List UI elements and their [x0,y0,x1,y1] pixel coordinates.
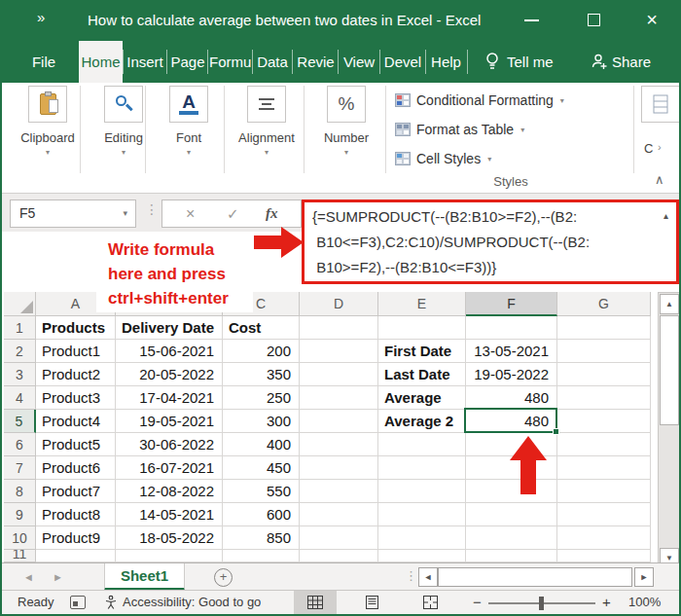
cell-D4[interactable] [300,386,378,410]
cell-F10[interactable] [466,526,557,550]
cell-A9[interactable]: Product8 [36,503,116,526]
view-normal-button[interactable] [294,591,337,614]
cell-D9[interactable] [300,503,378,526]
row-header-4[interactable]: 4 [4,386,36,410]
cell-A3[interactable]: Product2 [36,363,116,386]
cell-A7[interactable]: Product6 [36,456,116,480]
cell-B4[interactable]: 17-04-2021 [116,386,223,410]
select-all-button[interactable] [4,292,36,316]
tab-home[interactable]: Home [79,41,123,83]
row-header-7[interactable]: 7 [4,456,36,480]
ribbon-group-clipboard[interactable]: Clipboard ▾ [11,86,85,157]
cell-D6[interactable] [300,433,378,456]
quick-access-more-icon[interactable]: » [37,9,43,25]
ribbon-group-number[interactable]: % Number ▾ [309,86,383,157]
chevron-down-icon[interactable]: ▾ [11,148,85,157]
maximize-button[interactable] [574,0,613,41]
tell-me[interactable]: Tell me [507,41,554,83]
fill-handle[interactable] [553,428,559,435]
cell-C7[interactable]: 450 [223,456,300,480]
zoom-in-button[interactable]: + [602,591,611,614]
zoom-slider-handle[interactable] [539,597,544,610]
ribbon-group-alignment[interactable]: Alignment ▾ [230,86,304,157]
row-header-2[interactable]: 2 [4,340,36,363]
cell-D11[interactable] [300,550,378,562]
cell-B1[interactable]: Delivery Date [116,316,223,340]
col-header-E[interactable]: E [378,292,466,316]
chevron-down-icon[interactable]: ▾ [152,148,226,157]
align-button[interactable] [247,86,286,123]
row-header-9[interactable]: 9 [4,503,36,526]
sheet-nav-left-icon[interactable]: ◄ [23,563,34,591]
tab-developer[interactable]: Devel [381,41,424,83]
chevron-down-icon[interactable]: ▾ [230,148,304,157]
cell-A2[interactable]: Product1 [36,340,116,363]
collapse-ribbon-icon[interactable]: ∧ [655,172,664,187]
cells-button[interactable] [641,86,680,123]
cell-G10[interactable] [557,526,651,550]
collapse-formula-bar-icon[interactable]: ▴ [663,210,668,221]
cell-E4[interactable]: Average [378,386,466,410]
col-header-G[interactable]: G [557,292,651,316]
number-format-button[interactable]: % [327,86,366,123]
formula-input[interactable]: {=SUMPRODUCT(--(B2:B10>=F2),--(B2: B10<=… [302,199,679,284]
cell-B8[interactable]: 12-08-2022 [116,480,223,503]
cell-C9[interactable]: 600 [223,503,300,526]
view-page-layout-button[interactable] [350,591,393,614]
cell-B11[interactable] [116,550,223,562]
accessibility-status[interactable]: Accessibility: Good to go [123,591,261,614]
cell-F3[interactable]: 19-05-2022 [466,363,557,386]
cell-styles-button[interactable]: Cell Styles ▾ [395,146,491,171]
cell-B5[interactable]: 19-05-2021 [116,410,223,433]
insert-function-icon[interactable]: fx [266,200,278,227]
cell-D10[interactable] [300,526,378,550]
cell-E10[interactable] [378,526,466,550]
cell-D8[interactable] [300,480,378,503]
cell-E2[interactable]: First Date [378,340,466,363]
tab-formulas[interactable]: Formu [209,41,251,83]
cell-E9[interactable] [378,503,466,526]
name-box-dropdown-icon[interactable]: ▾ [123,200,127,227]
cell-C2[interactable]: 200 [223,340,300,363]
row-header-11[interactable]: 11 [4,550,36,562]
font-color-button[interactable]: A [169,86,208,123]
cell-G8[interactable] [557,480,651,503]
chevron-down-icon[interactable]: ▾ [87,148,161,157]
row-header-8[interactable]: 8 [4,480,36,503]
cell-A4[interactable]: Product3 [36,386,116,410]
paste-button[interactable] [28,86,67,123]
cell-F11[interactable] [466,550,557,562]
view-page-break-button[interactable] [409,591,451,614]
cell-C11[interactable] [223,550,300,562]
row-header-1[interactable]: 1 [4,316,36,340]
cell-G3[interactable] [557,363,651,386]
cell-E11[interactable] [378,550,466,562]
cell-D2[interactable] [300,340,378,363]
scroll-left-button[interactable]: ◄ [418,567,438,587]
cell-C5[interactable]: 300 [223,410,300,433]
cell-A1[interactable]: Products [36,316,116,340]
horizontal-scrollbar-thumb[interactable] [438,567,632,587]
cell-A6[interactable]: Product5 [36,433,116,456]
cell-F2[interactable]: 13-05-2021 [466,340,557,363]
tab-review[interactable]: Revie [294,41,338,83]
cell-G5[interactable] [557,410,651,433]
cell-C8[interactable]: 550 [223,480,300,503]
cell-A5[interactable]: Product4 [36,410,116,433]
cell-C6[interactable]: 400 [223,433,300,456]
macro-record-icon[interactable] [70,596,86,609]
cell-G7[interactable] [557,456,651,480]
col-header-D[interactable]: D [300,292,378,316]
col-header-F[interactable]: F [466,292,557,316]
cell-G1[interactable] [557,316,651,340]
sheet-nav-right-icon[interactable]: ► [53,563,63,591]
cell-A11[interactable] [36,550,116,562]
cell-G2[interactable] [557,340,651,363]
cell-B9[interactable]: 14-05-2021 [116,503,223,526]
cell-E6[interactable] [378,433,466,456]
cell-A10[interactable]: Product9 [36,526,116,550]
row-header-5[interactable]: 5 [4,410,36,433]
tab-page-layout[interactable]: Page [168,41,207,83]
cell-D3[interactable] [300,363,378,386]
cell-G6[interactable] [557,433,651,456]
